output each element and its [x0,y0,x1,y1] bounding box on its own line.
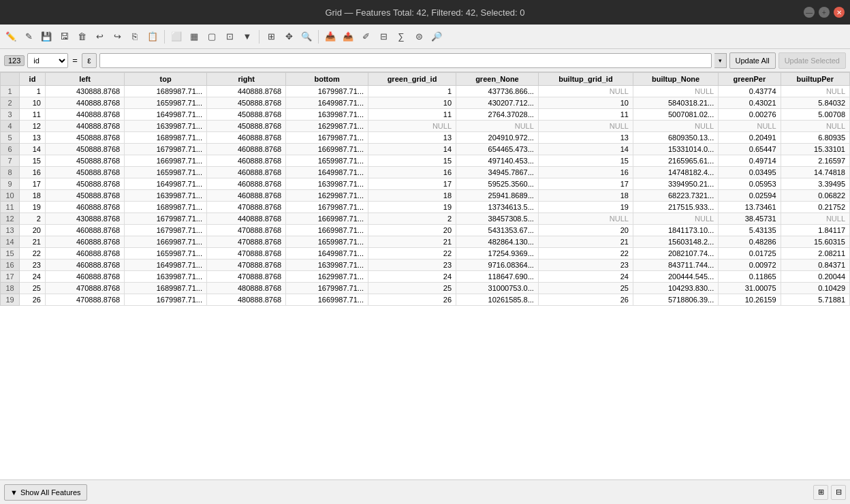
split-icon[interactable]: ⊜ [411,29,427,45]
table-row[interactable]: 715450888.87681669987.71...460888.876816… [1,155,850,167]
paste-icon[interactable]: 📋 [144,29,161,45]
table-cell: 20 [20,225,46,236]
table-row[interactable]: 1825470888.87681689987.71...480888.87681… [1,283,850,294]
statusbar-layout2-button[interactable]: ⊟ [831,485,846,500]
table-cell: NULL [633,86,718,97]
select-all-icon[interactable]: ⬜ [168,29,185,45]
col-header-builtup_None[interactable]: builtup_None [633,73,718,86]
table-cell: 11 [538,109,633,121]
export-icon[interactable]: 📤 [340,29,356,45]
table-cell: 430888.8768 [45,86,124,97]
table-cell: 1649987.71... [286,248,368,259]
table-cell: 1669987.71... [286,225,368,236]
pencil-icon[interactable]: ✏️ [3,29,19,45]
col-header-greenPer[interactable]: greenPer [719,73,781,86]
table-cell: 3394950.21... [633,178,718,190]
search-icon[interactable]: 🔍 [298,29,315,45]
filter-expr-button[interactable]: ε [82,53,97,68]
filter-icon[interactable]: ▼ [239,29,255,45]
statusbar-layout1-button[interactable]: ⊞ [813,485,828,500]
table-cell: 14748182.4... [633,167,718,178]
filter-input[interactable] [99,53,712,68]
calc-icon[interactable]: ∑ [393,29,409,45]
table-row[interactable]: 1623460888.87681649987.71...470888.87681… [1,259,850,271]
undo-icon[interactable]: ↩ [91,29,108,45]
table-cell: 1679987.71... [125,294,207,306]
select-icon[interactable]: ▦ [186,29,202,45]
table-row[interactable]: 311440888.87681649987.71...450888.876816… [1,109,850,121]
copy-icon[interactable]: ⎘ [127,29,143,45]
table-cell: 204910.972... [456,132,539,144]
edit2-icon[interactable]: ✐ [358,29,374,45]
filter-dropdown-button[interactable]: ▾ [714,53,727,68]
redo-icon[interactable]: ↪ [109,29,125,45]
zoom-all-icon[interactable]: 🔎 [428,29,445,45]
table-cell: 0.49714 [719,155,781,167]
table-cell: 460888.8768 [207,190,286,202]
table-row[interactable]: 816450888.87681659987.71...460888.876816… [1,167,850,178]
update-all-button[interactable]: Update All [729,52,776,69]
import-icon[interactable]: 📥 [322,29,339,45]
table-cell: 1629987.71... [286,190,368,202]
table-cell: 21 [368,236,456,248]
table-cell: 440888.8768 [45,121,124,132]
table-row[interactable]: 1018450888.87681639987.71...460888.87681… [1,190,850,202]
col-header-bottom[interactable]: bottom [286,73,368,86]
table-row[interactable]: 412440888.87681639987.71...450888.876816… [1,121,850,132]
table-cell: 2 [368,213,456,225]
col-header-left[interactable]: left [45,73,124,86]
col-header-builtupPer[interactable]: builtupPer [781,73,849,86]
delete-icon[interactable]: 🗑 [74,29,90,45]
invert-icon[interactable]: ⊡ [221,29,238,45]
table-row[interactable]: 210440888.87681659987.71...450888.876816… [1,97,850,109]
table-row[interactable]: 11430888.87681689987.71...440888.8768167… [1,86,850,97]
table-row[interactable]: 1926470888.87681679987.71...480888.87681… [1,294,850,306]
table-cell: 0.11865 [719,271,781,283]
maximize-button[interactable]: + [819,7,830,18]
data-table-container[interactable]: idlefttoprightbottomgreen_grid_idgreen_N… [0,72,850,479]
pan-icon[interactable]: ✥ [281,29,297,45]
col-header-builtup_grid_id[interactable]: builtup_grid_id [538,73,633,86]
update-selected-button[interactable]: Update Selected [778,52,846,69]
show-all-features-button[interactable]: ▼ Show All Features [4,484,87,501]
deselect-icon[interactable]: ▢ [204,29,220,45]
disk-icon[interactable]: 🖫 [56,29,72,45]
table-row[interactable]: 1522460888.87681659987.71...470888.87681… [1,248,850,259]
row-number: 19 [1,294,20,306]
table-cell: 450888.8768 [207,121,286,132]
row-number: 14 [1,236,20,248]
table-cell: 1659987.71... [286,155,368,167]
table-cell: 13 [538,132,633,144]
col-header-right[interactable]: right [207,73,286,86]
table-cell: 15331014.0... [633,144,718,155]
table-cell: 23 [20,259,46,271]
table-row[interactable]: 1724460888.87681639987.71...470888.87681… [1,271,850,283]
table-row[interactable]: 122430888.87681679987.71...440888.876816… [1,213,850,225]
table-cell: 440888.8768 [45,97,124,109]
table-cell: 0.00972 [719,259,781,271]
col-header-green_None[interactable]: green_None [456,73,539,86]
col-header-id[interactable]: id [20,73,46,86]
table-row[interactable]: 917450888.87681649987.71...460888.876816… [1,178,850,190]
edit-icon[interactable]: ✎ [20,29,37,45]
table-row[interactable]: 1320460888.87681679987.71...470888.87681… [1,225,850,236]
table-row[interactable]: 513450888.87681689987.71...460888.876816… [1,132,850,144]
table-cell: 654465.473... [456,144,539,155]
table-row[interactable]: 1119460888.87681689987.71...470888.87681… [1,202,850,213]
table-row[interactable]: 1421460888.87681669987.71...470888.87681… [1,236,850,248]
close-button[interactable]: ✕ [834,7,845,18]
layout-icon[interactable]: ⊟ [375,29,392,45]
table-cell: 22 [20,248,46,259]
filter-field-select[interactable]: id [27,53,68,68]
zoom-icon[interactable]: ⊞ [263,29,279,45]
table-cell: 1679987.71... [286,132,368,144]
minimize-button[interactable]: — [804,7,815,18]
table-cell: 24 [20,271,46,283]
col-header-top[interactable]: top [125,73,207,86]
table-row[interactable]: 614450888.87681679987.71...460888.876816… [1,144,850,155]
save-icon[interactable]: 💾 [38,29,54,45]
table-cell: 18 [20,190,46,202]
col-header-green_grid_id[interactable]: green_grid_id [368,73,456,86]
table-cell: 2082107.74... [633,248,718,259]
table-cell: 1639987.71... [286,259,368,271]
